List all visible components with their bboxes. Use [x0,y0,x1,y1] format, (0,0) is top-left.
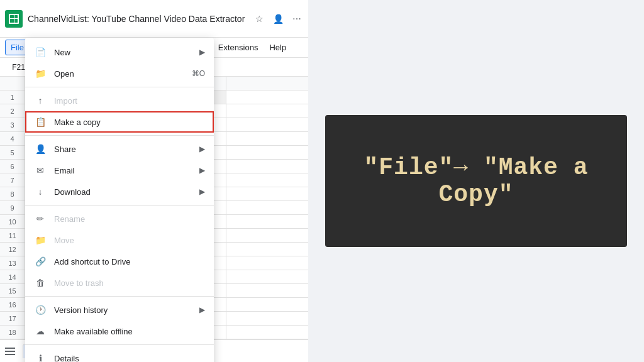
menu-item-available-offline-label: Make available offline [54,327,205,336]
new-submenu-arrow: ▶ [199,48,205,57]
sheets-logo [5,10,23,28]
instruction-text: "File"→ "Make a Copy" [325,154,627,208]
menu-item-import-label: Import [54,96,205,106]
email-submenu-arrow: ▶ [199,166,205,175]
details-icon: ℹ [34,352,47,362]
menu-item-email-label: Email [54,166,197,175]
trash-icon: 🗑 [34,277,47,289]
move-icon: 📁 [34,234,47,246]
menu-item-available-offline[interactable]: ☁ Make available offline [25,321,214,342]
menu-extensions[interactable]: Extensions [213,40,264,55]
menu-item-details-label: Details [54,354,205,363]
menu-item-download[interactable]: ↓ Download ▶ [25,181,214,202]
download-icon: ↓ [34,185,47,198]
open-icon: 📁 [34,67,47,80]
menu-item-open[interactable]: 📁 Open ⌘O [25,63,214,84]
menu-item-email[interactable]: ✉ Email ▶ [25,160,214,181]
menu-item-download-label: Download [54,187,197,197]
share-submenu-arrow: ▶ [199,145,205,153]
add-shortcut-icon: 🔗 [34,255,47,268]
menu-item-move: 📁 Move [25,229,214,251]
version-submenu-arrow: ▶ [199,305,205,314]
menu-divider-1 [25,87,214,87]
file-menu: 📄 New ▶ 📁 Open ⌘O ↑ Import 📋 Make a copy… [25,38,214,362]
open-shortcut: ⌘O [192,69,205,78]
instruction-box: "File"→ "Make a Copy" [325,115,627,247]
menu-item-add-shortcut-label: Add shortcut to Drive [54,257,205,266]
menu-item-move-label: Move [54,236,205,245]
menu-item-new-label: New [54,48,197,57]
menu-item-share[interactable]: 👤 Share ▶ [25,138,214,160]
offline-icon: ☁ [34,325,47,337]
menu-item-open-label: Open [54,69,192,79]
make-copy-icon: 📋 [34,116,47,128]
document-title: ChannelVidList: YouTube Channel Video Da… [28,14,253,24]
hamburger-icon[interactable] [5,345,18,358]
email-icon: ✉ [34,164,47,177]
menu-item-move-trash: 🗑 Move to trash [25,272,214,293]
menu-item-add-shortcut[interactable]: 🔗 Add shortcut to Drive [25,251,214,272]
row-number: 1 [0,90,25,104]
menu-item-rename: ✏ Rename [25,208,214,229]
menu-divider-3 [25,205,214,206]
menu-item-make-copy[interactable]: 📋 Make a copy [25,111,214,133]
account-icon[interactable]: 👤 [272,13,284,25]
menu-item-version-history[interactable]: 🕐 Version history ▶ [25,299,214,321]
menu-item-rename-label: Rename [54,214,205,224]
share-icon: 👤 [34,143,47,155]
menu-item-move-trash-label: Move to trash [54,278,205,288]
menu-divider-2 [25,135,214,136]
menu-item-share-label: Share [54,145,197,154]
menu-help[interactable]: Help [264,40,291,55]
menu-item-import: ↑ Import [25,90,214,111]
new-icon: 📄 [34,46,47,58]
rename-icon: ✏ [34,212,47,225]
version-history-icon: 🕐 [34,304,47,316]
download-submenu-arrow: ▶ [199,187,205,196]
title-bar: ChannelVidList: YouTube Channel Video Da… [0,0,308,38]
import-icon: ↑ [34,94,47,107]
menu-item-make-copy-label: Make a copy [54,118,205,127]
star-icon[interactable]: ☆ [253,13,265,25]
menu-item-new[interactable]: 📄 New ▶ [25,41,214,63]
menu-item-details[interactable]: ℹ Details [25,348,214,362]
title-icon-group: ☆ 👤 ⋯ [253,13,303,25]
menu-item-version-history-label: Version history [54,305,197,315]
menu-divider-5 [25,344,214,345]
row-num-header-corner [0,77,25,90]
menu-divider-4 [25,296,214,297]
more-icon[interactable]: ⋯ [291,13,303,25]
right-panel: "File"→ "Make a Copy" [308,0,644,362]
